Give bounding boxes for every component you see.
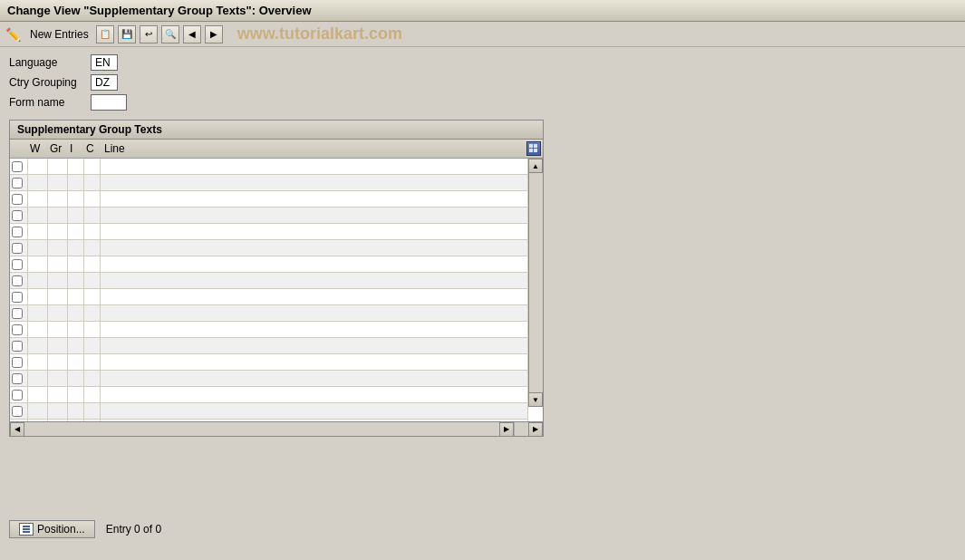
header-c: C <box>84 142 101 155</box>
row-checkbox[interactable] <box>12 292 23 303</box>
table-row[interactable] <box>10 175 528 191</box>
entry-count: Entry 0 of 0 <box>106 523 161 536</box>
new-entries-label: New Entries <box>30 28 89 41</box>
find-icon[interactable]: 🔍 <box>161 25 179 43</box>
header-w: W <box>28 142 48 155</box>
undo-icon[interactable]: ↩ <box>140 25 158 43</box>
row-checkbox[interactable] <box>12 373 23 384</box>
title-bar: Change View "Supplementary Group Texts":… <box>0 0 965 22</box>
hscroll-left-button[interactable]: ◀ <box>10 422 24 437</box>
table-row[interactable] <box>10 305 528 322</box>
svg-rect-4 <box>23 526 30 527</box>
row-checkbox[interactable] <box>12 161 23 172</box>
row-checkbox[interactable] <box>12 341 23 352</box>
scroll-up-button[interactable]: ▲ <box>528 159 543 173</box>
svg-rect-5 <box>23 528 30 530</box>
new-entries-button[interactable]: New Entries <box>26 26 92 43</box>
language-label: Language <box>9 56 91 69</box>
table-row[interactable] <box>10 224 528 240</box>
table-row[interactable] <box>10 354 528 371</box>
row-checkbox[interactable] <box>12 357 23 368</box>
table-row[interactable] <box>10 273 528 289</box>
position-button-label: Position... <box>37 523 85 536</box>
ctry-grouping-value[interactable]: DZ <box>91 74 118 91</box>
header-i: I <box>68 142 84 155</box>
table-row[interactable] <box>10 256 528 273</box>
table-row[interactable] <box>10 403 528 420</box>
grid-settings-icon[interactable] <box>526 141 541 156</box>
prev-icon[interactable]: ◀ <box>183 25 201 43</box>
scroll-down-button[interactable]: ▼ <box>528 392 543 407</box>
svg-rect-0 <box>529 144 533 148</box>
copy-icon[interactable]: 📋 <box>96 25 114 43</box>
hscroll-right2-button[interactable]: ▶ <box>528 422 543 437</box>
language-value[interactable]: EN <box>91 54 118 71</box>
pen-icon: ✏️ <box>5 27 21 42</box>
form-name-label: Form name <box>9 96 91 109</box>
table-header: W Gr I C Line <box>10 140 543 159</box>
status-bar: Position... Entry 0 of 0 <box>0 517 965 542</box>
table-row[interactable] <box>10 420 528 421</box>
horizontal-scrollbar: ◀ ▶ ▶ <box>10 421 543 436</box>
table-row[interactable] <box>10 159 528 175</box>
row-checkbox[interactable] <box>12 390 23 401</box>
watermark: www.tutorialkart.com <box>237 24 402 43</box>
svg-rect-3 <box>534 149 537 152</box>
table-row[interactable] <box>10 240 528 256</box>
header-line: Line <box>101 141 526 156</box>
row-checkbox[interactable] <box>12 324 23 335</box>
ctry-grouping-label: Ctry Grouping <box>9 76 91 89</box>
header-gr: Gr <box>48 142 68 155</box>
position-icon <box>19 523 34 536</box>
svg-rect-1 <box>534 144 537 148</box>
table-row[interactable] <box>10 322 528 338</box>
ctry-grouping-row: Ctry Grouping DZ <box>9 74 956 91</box>
row-checkbox[interactable] <box>12 259 23 270</box>
form-name-value[interactable] <box>91 94 127 111</box>
supplementary-group-texts-table: Supplementary Group Texts W Gr I C Line <box>9 120 544 437</box>
row-checkbox[interactable] <box>12 275 23 286</box>
vscroll-track <box>528 173 543 392</box>
position-button[interactable]: Position... <box>9 520 95 538</box>
table-row[interactable] <box>10 371 528 387</box>
table-row[interactable] <box>10 191 528 208</box>
row-checkbox[interactable] <box>12 308 23 319</box>
toolbar: ✏️ New Entries 📋 💾 ↩ 🔍 ◀ ▶ www.tutorialk… <box>0 22 965 47</box>
table-row[interactable] <box>10 387 528 403</box>
form-name-row: Form name <box>9 94 956 111</box>
table-row[interactable] <box>10 208 528 224</box>
row-checkbox[interactable] <box>12 210 23 221</box>
table-body: ▲ ▼ <box>10 159 543 421</box>
save-icon[interactable]: 💾 <box>118 25 136 43</box>
table-rows <box>10 159 528 421</box>
svg-rect-2 <box>529 149 533 152</box>
hscroll-right-button[interactable]: ▶ <box>499 422 514 437</box>
row-checkbox[interactable] <box>12 406 23 417</box>
table-row[interactable] <box>10 289 528 305</box>
row-checkbox[interactable] <box>12 227 23 237</box>
next-icon[interactable]: ▶ <box>205 25 223 43</box>
window-title: Change View "Supplementary Group Texts":… <box>7 4 312 17</box>
row-checkbox[interactable] <box>12 178 23 188</box>
row-checkbox[interactable] <box>12 194 23 205</box>
table-row[interactable] <box>10 338 528 354</box>
row-checkbox[interactable] <box>12 243 23 254</box>
table-title: Supplementary Group Texts <box>10 121 543 140</box>
svg-rect-6 <box>23 531 30 533</box>
language-row: Language EN <box>9 54 956 71</box>
